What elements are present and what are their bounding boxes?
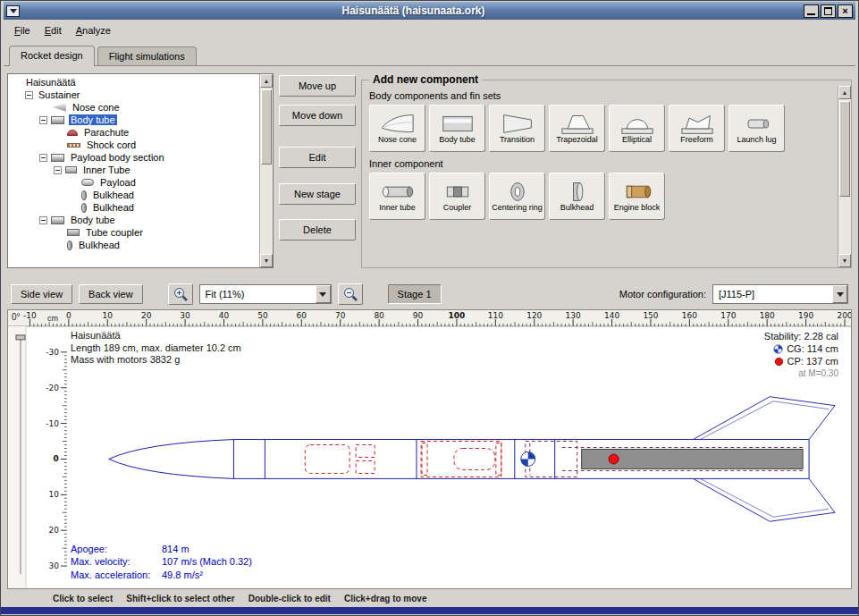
tree-item-body-tube-2[interactable]: Body tube	[8, 214, 259, 226]
velocity-value: 107 m/s (Mach 0.32)	[162, 555, 252, 569]
rocket-drawing[interactable]	[109, 397, 835, 522]
collapse-icon[interactable]	[25, 91, 33, 99]
svg-text:-20: -20	[46, 384, 59, 392]
add-panel-scrollbar[interactable]: ▲ ▼	[838, 86, 851, 267]
add-inner-tube-button[interactable]: Inner tube	[369, 173, 425, 220]
svg-text:30: 30	[48, 561, 59, 570]
svg-text:150: 150	[643, 311, 658, 320]
scrollbar-thumb[interactable]	[839, 101, 850, 197]
tree-item-parachute[interactable]: Parachute	[8, 126, 259, 139]
svg-text:160: 160	[682, 311, 697, 320]
maximize-button[interactable]	[821, 4, 836, 18]
add-coupler-button[interactable]: Coupler	[429, 173, 485, 220]
tree-item-payload-body-section[interactable]: Payload body section	[8, 151, 259, 164]
tree-item-nose-cone[interactable]: Nose cone	[8, 101, 259, 114]
tree-item-bulkhead-3[interactable]: Bulkhead	[8, 239, 259, 251]
add-transition-button[interactable]: Transition	[489, 105, 545, 152]
motor-configuration-label: Motor configuration:	[619, 289, 706, 300]
menu-edit[interactable]: Edit	[38, 22, 69, 38]
delete-button[interactable]: Delete	[279, 219, 356, 240]
scroll-up-icon[interactable]: ▲	[838, 86, 851, 99]
add-centering-ring-button[interactable]: Centering ring	[489, 173, 545, 220]
add-elliptical-fin-button[interactable]: Elliptical	[609, 105, 665, 152]
tree-item-body-tube[interactable]: Body tube	[8, 114, 259, 126]
payload-outline	[454, 449, 495, 470]
inner-tube-icon	[65, 166, 77, 173]
scrollbar-thumb[interactable]	[261, 89, 272, 165]
flight-stats: Apogee:814 m Max. velocity:107 m/s (Mach…	[71, 543, 252, 582]
svg-text:130: 130	[566, 311, 581, 320]
body-components-label: Body components and fin sets	[369, 90, 838, 101]
tab-flight-simulations[interactable]: Flight simulations	[97, 46, 197, 65]
tree-item-tube-coupler[interactable]: Tube coupler	[8, 226, 259, 239]
motor-configuration-select[interactable]: [J115-P]	[712, 284, 848, 304]
back-view-button[interactable]: Back view	[79, 284, 143, 304]
tree-item-bulkhead[interactable]: Bulkhead	[8, 201, 259, 214]
collapse-icon[interactable]	[39, 154, 47, 162]
edit-button[interactable]: Edit	[279, 147, 356, 168]
scroll-up-icon[interactable]: ▲	[260, 74, 273, 88]
rocket-mass: Mass with motors 3832 g	[71, 354, 241, 367]
tree-item-shock-cord[interactable]: Shock cord	[8, 139, 259, 151]
add-body-tube-button[interactable]: Body tube	[429, 105, 485, 152]
engine-block-icon	[618, 180, 657, 204]
svg-text:10: 10	[48, 490, 59, 499]
collapse-icon[interactable]	[54, 166, 62, 174]
zoom-out-button[interactable]	[338, 283, 363, 305]
minimize-button[interactable]	[804, 4, 819, 18]
new-stage-button[interactable]: New stage	[279, 183, 356, 205]
add-launch-lug-button[interactable]: Launch lug	[728, 105, 785, 152]
add-engine-block-button[interactable]: Engine block	[609, 173, 665, 220]
menu-file[interactable]: File	[7, 22, 38, 38]
stage-1-button[interactable]: Stage 1	[388, 284, 442, 304]
chevron-down-icon[interactable]	[832, 285, 847, 303]
rocket-info: Haisunäätä Length 189 cm, max. diameter …	[71, 330, 241, 367]
zoom-in-button[interactable]	[168, 283, 193, 305]
tree-item-payload[interactable]: Payload	[8, 176, 259, 189]
side-view-button[interactable]: Side view	[11, 284, 72, 304]
tab-rocket-design[interactable]: Rocket design	[9, 46, 95, 66]
menu-analyze[interactable]: Analyze	[69, 22, 118, 38]
add-bulkhead-button[interactable]: Bulkhead	[549, 173, 605, 220]
trapezoidal-fin-icon	[558, 112, 597, 136]
add-freeform-fin-button[interactable]: Freeform	[669, 105, 725, 152]
acceleration-value: 49.8 m/s²	[162, 569, 203, 582]
chevron-down-icon[interactable]	[316, 285, 331, 303]
svg-text:170: 170	[720, 311, 736, 320]
launch-lug-icon	[737, 112, 777, 136]
rocket-canvas: -100102030405060708090100110120130140150…	[7, 309, 852, 589]
titlebar[interactable]: Haisunäätä (haisunaata.ork) ×	[4, 2, 855, 20]
bulkhead-icon	[558, 180, 597, 204]
add-nose-cone-button[interactable]: Nose cone	[369, 105, 425, 152]
move-down-button[interactable]: Move down	[279, 105, 356, 126]
scroll-down-icon[interactable]: ▼	[260, 254, 273, 267]
statusbar: Click to select Shift+click to select ot…	[4, 589, 855, 607]
close-button[interactable]: ×	[838, 4, 853, 18]
elliptical-fin-icon	[618, 112, 657, 136]
move-up-button[interactable]: Move up	[279, 75, 356, 97]
view-toolbar: Side view Back view Fit (11%) Stage 1 Mo…	[4, 279, 855, 309]
selected-tree-label: Body tube	[69, 114, 117, 125]
tree-item-bulkhead[interactable]: Bulkhead	[8, 189, 259, 201]
window-menu-icon[interactable]	[6, 5, 20, 17]
collapse-icon[interactable]	[39, 116, 47, 124]
tree-scrollbar[interactable]: ▲ ▼	[259, 74, 273, 267]
mach-condition: at M=0.30	[764, 367, 838, 380]
svg-text:90: 90	[413, 311, 424, 320]
svg-text:200: 200	[837, 311, 851, 320]
transition-icon	[498, 112, 537, 136]
svg-text:20: 20	[141, 311, 152, 320]
add-component-panel: Add new component Body components and fi…	[361, 73, 852, 268]
minimize-icon	[807, 7, 815, 15]
cg-marker	[521, 451, 535, 466]
collapse-icon[interactable]	[39, 216, 47, 224]
tree-item-rocket[interactable]: Haisunäätä	[8, 76, 259, 89]
zoom-select[interactable]: Fit (11%)	[199, 284, 332, 304]
rotation-slider-thumb[interactable]	[16, 335, 25, 340]
rocket-dimensions: Length 189 cm, max. diameter 10.2 cm	[71, 342, 241, 355]
bulkhead-icon	[81, 190, 87, 200]
add-trapezoidal-fin-button[interactable]: Trapezoidal	[549, 105, 605, 152]
tree-item-sustainer[interactable]: Sustainer	[8, 89, 259, 101]
scroll-down-icon[interactable]: ▼	[838, 254, 851, 267]
tree-item-inner-tube[interactable]: Inner Tube	[8, 164, 259, 176]
